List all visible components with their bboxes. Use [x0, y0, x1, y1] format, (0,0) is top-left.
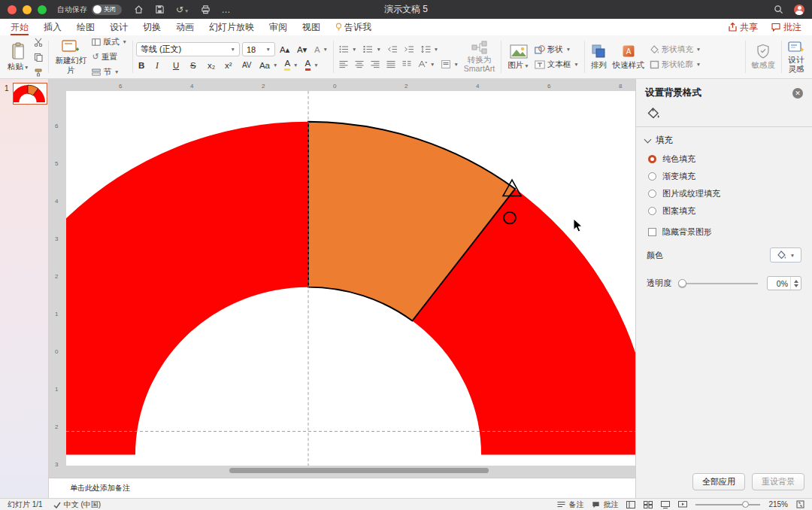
shapes-button[interactable]: 形状▼	[532, 43, 581, 56]
spinner-arrows[interactable]	[790, 277, 801, 290]
color-picker-button[interactable]: ▼	[770, 247, 801, 263]
search-icon[interactable]	[774, 5, 783, 14]
close-window-button[interactable]	[8, 5, 17, 14]
slide-thumbnail[interactable]	[13, 83, 47, 105]
highlight-color-button[interactable]: A▼	[282, 59, 300, 71]
reading-view-button[interactable]	[661, 501, 670, 508]
font-size-select[interactable]: 18▼	[242, 42, 275, 56]
tab-4[interactable]: 设计	[110, 19, 128, 35]
slide[interactable]	[66, 91, 635, 466]
slide-sorter-view-button[interactable]	[644, 501, 653, 508]
shape-outline-button[interactable]: 形状轮廓▼	[647, 58, 703, 71]
cut-button[interactable]	[32, 35, 45, 48]
increase-font-button[interactable]: A▴	[277, 43, 292, 56]
checkbox-icon[interactable]	[648, 228, 656, 236]
bullets-button[interactable]: ▼	[337, 43, 359, 56]
justify-button[interactable]	[384, 58, 398, 71]
section-button[interactable]: 节▼	[89, 65, 129, 78]
tab-8[interactable]: 审阅	[269, 19, 287, 35]
undo-icon[interactable]: ↺▼	[176, 5, 189, 15]
reset-button[interactable]: ↺重置	[89, 50, 129, 63]
font-color-button[interactable]: A▼	[303, 59, 321, 71]
font-name-select[interactable]: 等线 (正文)▼	[136, 42, 240, 56]
clear-formatting-button[interactable]: A▼	[312, 43, 330, 56]
sensitivity-button[interactable]: 敏感度	[749, 42, 779, 71]
fill-section-header[interactable]: 填充	[636, 127, 812, 150]
spinner-down-icon[interactable]	[794, 284, 798, 287]
slide-canvas[interactable]	[66, 91, 635, 466]
subscript-button[interactable]: x₂	[205, 59, 220, 71]
copy-button[interactable]	[32, 50, 45, 63]
fill-option-2[interactable]: 渐变填充	[636, 168, 812, 185]
align-right-button[interactable]	[368, 58, 382, 71]
design-ideas-button[interactable]: 设计灵感	[785, 39, 807, 74]
radio-icon[interactable]	[648, 190, 656, 198]
transparency-spinner[interactable]: 0%	[767, 276, 801, 290]
new-slide-button[interactable]: 新建幻灯片	[52, 38, 89, 75]
slide-counter[interactable]: 幻灯片 1/1	[8, 499, 43, 510]
hide-background-option[interactable]: 隐藏背景图形	[636, 220, 812, 241]
tab-6[interactable]: 动画	[176, 19, 194, 35]
language-indicator[interactable]: 中文 (中国)	[53, 499, 101, 510]
comments-toggle-button[interactable]: 批注	[592, 499, 618, 510]
picture-button[interactable]: 图片▼	[504, 43, 532, 71]
more-actions-icon[interactable]: …	[222, 5, 232, 15]
slideshow-view-button[interactable]	[678, 501, 687, 508]
textbox-button[interactable]: 文本框▼	[532, 58, 581, 71]
fit-to-window-icon[interactable]	[796, 500, 804, 508]
comments-button[interactable]: 批注	[771, 21, 801, 34]
minimize-window-button[interactable]	[23, 5, 32, 14]
notes-pane[interactable]: 单击此处添加备注	[49, 478, 635, 498]
normal-view-button[interactable]	[626, 501, 635, 508]
decrease-indent-button[interactable]	[386, 43, 400, 56]
tab-7[interactable]: 幻灯片放映	[209, 19, 254, 35]
increase-indent-button[interactable]	[402, 43, 417, 56]
align-center-button[interactable]	[353, 58, 366, 71]
fill-option-4[interactable]: 图案填充	[636, 202, 812, 220]
print-icon[interactable]	[201, 5, 211, 14]
tab-9[interactable]: 视图	[302, 19, 320, 35]
spinner-up-icon[interactable]	[794, 280, 798, 283]
zoom-window-button[interactable]	[38, 5, 47, 14]
arrange-button[interactable]: 排列	[588, 42, 610, 71]
format-painter-button[interactable]	[32, 65, 45, 78]
apply-to-all-button[interactable]: 全部应用	[692, 473, 745, 490]
reset-background-button[interactable]: 重设背景	[752, 473, 804, 490]
radio-icon[interactable]	[648, 207, 656, 215]
tab-10[interactable]: 告诉我	[335, 19, 371, 35]
fill-option-3[interactable]: 图片或纹理填充	[636, 185, 812, 202]
bold-button[interactable]: B	[136, 59, 151, 71]
fill-tab-bucket-icon[interactable]	[647, 107, 801, 120]
layout-button[interactable]: 版式▼	[89, 35, 129, 48]
notes-toggle-button[interactable]: 备注	[557, 499, 583, 510]
tab-2[interactable]: 插入	[44, 19, 62, 35]
quick-styles-button[interactable]: A 快速样式	[610, 42, 647, 71]
italic-button[interactable]: I	[153, 59, 168, 71]
character-spacing-button[interactable]: AV	[240, 59, 255, 71]
tab-3[interactable]: 绘图	[77, 19, 95, 35]
change-case-button[interactable]: Aa▼	[257, 59, 280, 71]
fill-option-1[interactable]: 纯色填充	[636, 150, 812, 168]
shape-fill-button[interactable]: 形状填充▼	[647, 43, 703, 56]
align-text-button[interactable]: ▼	[439, 58, 460, 71]
account-avatar[interactable]	[794, 5, 804, 15]
share-button[interactable]: 共享	[729, 21, 758, 34]
align-left-button[interactable]	[337, 58, 350, 71]
autosave-toggle[interactable]: 关闭	[92, 5, 122, 15]
text-direction-button[interactable]: ▼	[416, 58, 437, 71]
radio-icon[interactable]	[648, 155, 656, 163]
panel-close-icon[interactable]: ✕	[792, 88, 803, 99]
numbering-button[interactable]: ▼	[361, 43, 383, 56]
line-spacing-button[interactable]: ▼	[419, 43, 441, 56]
decrease-font-button[interactable]: A▾	[295, 43, 310, 56]
zoom-knob[interactable]	[742, 501, 749, 508]
zoom-slider[interactable]	[695, 504, 760, 505]
home-icon[interactable]	[134, 5, 144, 14]
convert-smartart-button[interactable]: 转换为SmartArt	[461, 39, 498, 74]
transparency-slider[interactable]	[679, 283, 758, 284]
slider-knob[interactable]	[678, 279, 686, 287]
tab-1[interactable]: 开始	[11, 19, 29, 35]
zoom-level[interactable]: 215%	[768, 500, 788, 508]
paste-button[interactable]: 粘贴▼	[5, 41, 32, 72]
tab-5[interactable]: 切换	[143, 19, 161, 35]
